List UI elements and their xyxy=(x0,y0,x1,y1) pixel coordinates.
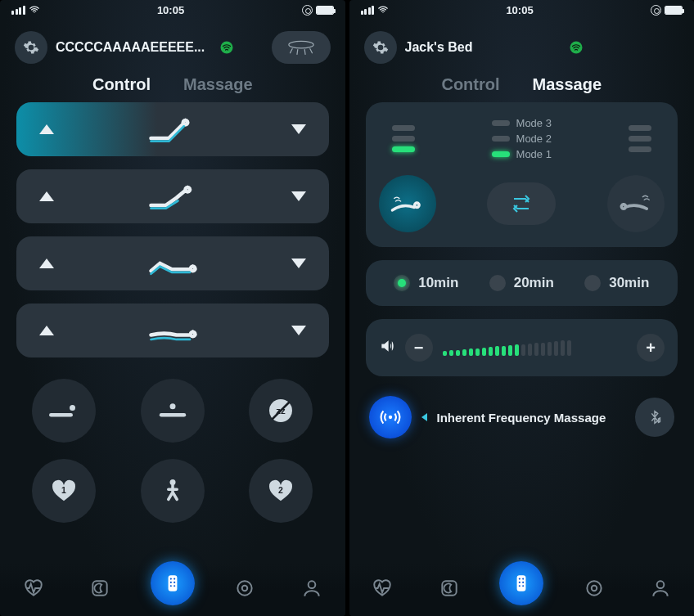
head-mode-col xyxy=(379,125,428,152)
mode-pill xyxy=(392,125,415,131)
volume-row: − + xyxy=(379,334,665,362)
nav-remote[interactable] xyxy=(151,561,195,605)
cycle-icon xyxy=(509,194,534,214)
nav-sleep[interactable] xyxy=(433,572,466,605)
control-content: zz 1 2 xyxy=(0,102,345,564)
preset-zero-g[interactable] xyxy=(141,459,205,523)
timer-20-option[interactable]: 20min xyxy=(489,275,554,291)
rotation-lock-icon xyxy=(302,5,313,16)
svg-point-28 xyxy=(522,582,524,583)
svg-point-1 xyxy=(288,41,313,47)
foot-section-card xyxy=(16,304,329,357)
svg-point-18 xyxy=(238,581,252,595)
mode-indicators: Mode 3 Mode 2 Mode 1 xyxy=(379,117,665,160)
svg-point-3 xyxy=(169,403,175,409)
device-name[interactable]: Jack's Bed xyxy=(405,40,561,55)
timer-30-option[interactable]: 30min xyxy=(584,275,649,291)
foot-massage-button[interactable] xyxy=(607,175,665,232)
svg-point-29 xyxy=(519,585,520,587)
volume-level-bars[interactable] xyxy=(443,339,628,356)
nav-health[interactable] xyxy=(17,572,50,605)
device-name[interactable]: CCCCCAAAAAEEEEE... xyxy=(56,40,211,55)
phone-left: 10:05 CCCCCAAAAAEEEEE... Control Massage xyxy=(0,0,345,616)
status-bar: 10:05 xyxy=(349,0,695,20)
frequency-label[interactable]: Inherent Frequency Massage xyxy=(437,411,626,425)
nav-profile[interactable] xyxy=(644,572,677,605)
nav-location[interactable] xyxy=(228,572,261,605)
head-section-card xyxy=(16,102,329,156)
header: CCCCCAAAAAEEEEE... xyxy=(0,20,345,70)
status-time: 10:05 xyxy=(506,4,533,16)
preset-anti-snore[interactable]: zz xyxy=(249,379,313,443)
tab-massage[interactable]: Massage xyxy=(183,75,253,94)
foot-massage-icon xyxy=(618,191,654,216)
wifi-icon xyxy=(377,4,389,16)
tab-control[interactable]: Control xyxy=(441,75,499,94)
nav-sleep[interactable] xyxy=(83,572,116,605)
radio-icon xyxy=(584,275,601,291)
mode-labels: Mode 3 Mode 2 Mode 1 xyxy=(492,117,552,160)
svg-point-26 xyxy=(522,578,524,580)
mode-1-label: Mode 1 xyxy=(516,148,552,160)
head-pose-icon xyxy=(143,113,202,146)
heartbeat-icon xyxy=(23,578,44,599)
phone-right: 10:05 Jack's Bed Control Massage xyxy=(349,0,695,616)
svg-point-17 xyxy=(174,585,175,587)
leg-down-button[interactable] xyxy=(291,259,306,268)
timer-10-option[interactable]: 10min xyxy=(394,275,458,291)
connection-icon xyxy=(569,40,584,55)
timer-30-label: 30min xyxy=(609,275,649,291)
timer-row: 10min 20min 30min xyxy=(379,275,665,291)
signal-icon xyxy=(361,6,375,15)
preset-flat-head[interactable] xyxy=(32,379,96,443)
tab-massage[interactable]: Massage xyxy=(533,75,602,94)
target-icon xyxy=(234,578,255,599)
nav-location[interactable] xyxy=(578,572,611,605)
preset-flat-mid[interactable] xyxy=(141,379,205,443)
timer-10-label: 10min xyxy=(418,275,458,291)
nav-health[interactable] xyxy=(366,572,399,605)
volume-up-button[interactable]: + xyxy=(637,334,665,362)
mode-pill xyxy=(629,146,651,152)
head-up-button[interactable] xyxy=(39,124,54,134)
foot-mode-col xyxy=(615,125,665,152)
battery-icon xyxy=(665,6,683,15)
wifi-icon xyxy=(29,4,40,16)
head-down-button[interactable] xyxy=(291,124,306,134)
svg-point-12 xyxy=(170,578,172,580)
mode-pill xyxy=(492,120,510,126)
frequency-row: Inherent Frequency Massage xyxy=(366,389,678,445)
svg-point-32 xyxy=(592,586,597,591)
svg-rect-24 xyxy=(517,575,526,591)
svg-point-22 xyxy=(388,416,391,419)
svg-point-27 xyxy=(519,582,520,583)
back-down-button[interactable] xyxy=(291,191,306,201)
leg-pose-icon xyxy=(143,247,202,280)
sleep-icon xyxy=(439,578,460,599)
settings-button[interactable] xyxy=(15,31,47,64)
person-icon xyxy=(301,578,322,599)
head-massage-button[interactable] xyxy=(379,175,436,232)
massage-content: Mode 3 Mode 2 Mode 1 xyxy=(349,102,695,564)
nav-profile[interactable] xyxy=(295,572,328,605)
leg-up-button[interactable] xyxy=(39,259,54,268)
svg-point-30 xyxy=(522,585,524,587)
preset-favorite-1[interactable]: 1 xyxy=(32,459,96,523)
foot-up-button[interactable] xyxy=(39,326,54,335)
mode-panel: Mode 3 Mode 2 Mode 1 xyxy=(366,102,678,247)
gear-icon xyxy=(372,39,389,56)
battery-icon xyxy=(316,6,334,15)
under-bed-light-button[interactable] xyxy=(272,31,331,64)
volume-panel: − + xyxy=(366,319,678,376)
settings-button[interactable] xyxy=(364,31,397,64)
frequency-play-button[interactable] xyxy=(369,396,412,438)
preset-favorite-2[interactable]: 2 xyxy=(249,459,313,523)
bluetooth-music-button[interactable] xyxy=(635,398,674,437)
svg-point-16 xyxy=(170,585,172,587)
volume-down-button[interactable]: − xyxy=(405,334,433,362)
cycle-mode-button[interactable] xyxy=(487,182,556,225)
tab-control[interactable]: Control xyxy=(92,75,151,94)
foot-down-button[interactable] xyxy=(291,326,306,335)
nav-remote[interactable] xyxy=(499,561,543,605)
back-up-button[interactable] xyxy=(39,191,54,201)
